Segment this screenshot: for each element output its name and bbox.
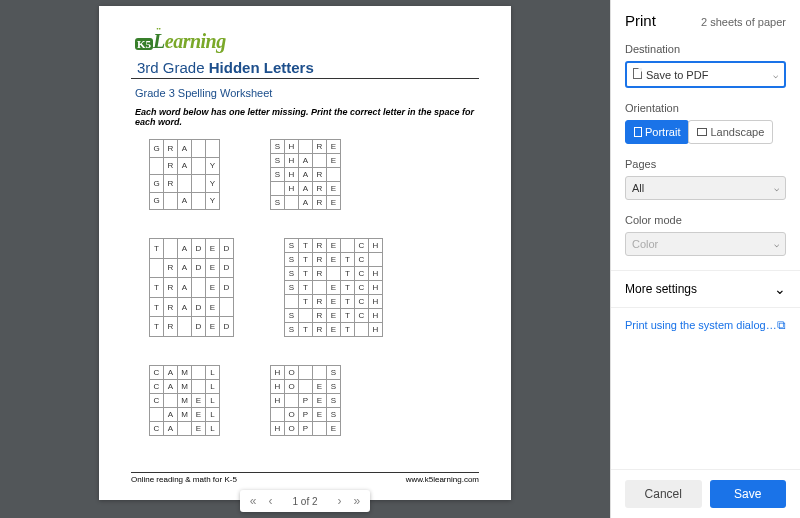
letter-cell [299, 140, 313, 154]
letter-cell: A [178, 140, 192, 158]
pdf-icon [633, 68, 642, 79]
letter-cell: A [178, 192, 192, 210]
letter-cell [150, 408, 164, 422]
letter-cell [327, 267, 341, 281]
portrait-button[interactable]: Portrait [625, 120, 689, 144]
letter-cell: E [313, 380, 327, 394]
letter-cell: E [327, 323, 341, 337]
chevron-down-icon: ⌄ [774, 281, 786, 297]
letter-cell: R [164, 317, 178, 337]
cancel-button[interactable]: Cancel [625, 480, 702, 508]
letter-cell: L [206, 380, 220, 394]
letter-cell: E [206, 297, 220, 317]
letter-cell: E [313, 408, 327, 422]
letter-cell [192, 175, 206, 193]
letter-cell: R [313, 168, 327, 182]
letter-cell: S [285, 253, 299, 267]
landscape-button[interactable]: Landscape [688, 120, 773, 144]
letter-cell [313, 366, 327, 380]
color-mode-select[interactable]: Color ⌵ [625, 232, 786, 256]
chevron-down-icon: ⌵ [774, 183, 779, 193]
letter-cell: S [271, 168, 285, 182]
letter-cell: R [313, 182, 327, 196]
letter-cell [341, 239, 355, 253]
letter-cell [178, 422, 192, 436]
letter-cell: H [285, 154, 299, 168]
letter-cell: Y [206, 175, 220, 193]
letter-cell: E [327, 281, 341, 295]
letter-cell: S [285, 267, 299, 281]
letter-cell: C [355, 309, 369, 323]
panel-title: Print [625, 12, 656, 29]
letter-cell: R [164, 278, 178, 298]
system-dialog-link[interactable]: Print using the system dialog… ⧉ [611, 308, 800, 342]
orientation-label: Orientation [625, 102, 786, 114]
page-indicator: 1 of 2 [278, 496, 331, 507]
worksheet-instructions: Each word below has one letter missing. … [135, 107, 475, 127]
letter-cell: L [206, 394, 220, 408]
letter-cell: R [313, 323, 327, 337]
letter-cell: D [220, 278, 234, 298]
letter-cell: P [299, 422, 313, 436]
letter-cell: T [299, 295, 313, 309]
letter-cell: M [178, 380, 192, 394]
letter-cell: A [299, 154, 313, 168]
pages-select[interactable]: All ⌵ [625, 176, 786, 200]
letter-cell: R [313, 140, 327, 154]
letter-cell: T [150, 239, 164, 259]
prev-page-button[interactable]: ‹ [262, 492, 278, 510]
letter-grid: TADEDRADEDTRAEDTRADETRDED [149, 238, 234, 337]
letter-cell: H [369, 281, 383, 295]
letter-cell [299, 366, 313, 380]
print-settings-panel: Print 2 sheets of paper Destination Save… [610, 0, 800, 518]
letter-cell: G [150, 192, 164, 210]
letter-cell [164, 239, 178, 259]
first-page-button[interactable]: « [244, 492, 263, 510]
letter-cell: H [285, 168, 299, 182]
letter-cell: T [341, 309, 355, 323]
letter-cell: E [327, 182, 341, 196]
letter-cell: T [299, 281, 313, 295]
chevron-down-icon: ⌵ [773, 70, 778, 80]
letter-cell: D [192, 297, 206, 317]
letter-cell: R [164, 258, 178, 278]
letter-cell: C [150, 422, 164, 436]
letter-cell [192, 278, 206, 298]
external-link-icon: ⧉ [777, 318, 786, 332]
footer-left: Online reading & math for K-5 [131, 475, 237, 484]
destination-select[interactable]: Save to PDF ⌵ [625, 61, 786, 88]
letter-cell [299, 380, 313, 394]
letter-cell: L [206, 366, 220, 380]
letter-cell [313, 422, 327, 436]
letter-cell: O [285, 380, 299, 394]
letter-cell: C [150, 380, 164, 394]
grid-row: GRARAYGRYGAYSHRESHAESHARHARESARE [149, 139, 479, 210]
more-settings-toggle[interactable]: More settings ⌄ [611, 270, 800, 308]
landscape-icon [697, 128, 707, 136]
k5-learning-logo: K5••Learning [135, 30, 479, 53]
letter-cell [220, 297, 234, 317]
next-page-button[interactable]: › [332, 492, 348, 510]
letter-cell: D [220, 258, 234, 278]
letter-cell: H [271, 380, 285, 394]
letter-cell [178, 317, 192, 337]
letter-cell: S [285, 239, 299, 253]
document-page: K5••Learning 3rd Grade Hidden Letters Gr… [99, 6, 511, 500]
letter-cell: E [206, 258, 220, 278]
pages-label: Pages [625, 158, 786, 170]
portrait-icon [634, 127, 642, 137]
letter-cell [164, 192, 178, 210]
letter-cell: A [178, 297, 192, 317]
save-button[interactable]: Save [710, 480, 787, 508]
grid-row: CAMLCAMLCMELAMELCAELHOSHOESHPESOPESHOPE [149, 365, 479, 436]
page-footer: Online reading & math for K-5 www.k5lear… [131, 472, 479, 484]
letter-cell: S [327, 408, 341, 422]
letter-cell: R [313, 309, 327, 323]
letter-cell: M [178, 394, 192, 408]
letter-cell: H [271, 394, 285, 408]
last-page-button[interactable]: » [348, 492, 367, 510]
letter-cell [192, 140, 206, 158]
letter-cell: L [206, 422, 220, 436]
letter-cell: T [341, 295, 355, 309]
letter-cell: E [327, 239, 341, 253]
